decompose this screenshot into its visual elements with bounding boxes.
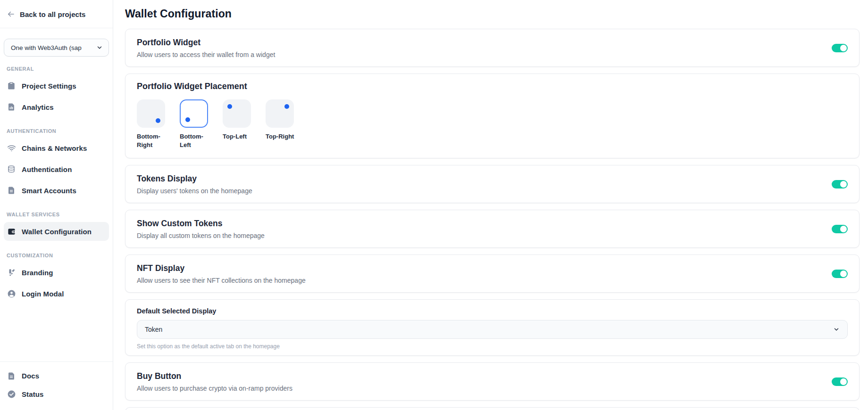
sidebar-item-docs[interactable]: Docs	[4, 367, 109, 385]
section-label-customization: CUSTOMIZATION	[7, 253, 106, 258]
card-description: Allow users to purchase crypto via on-ra…	[137, 385, 292, 392]
user-circle-icon	[7, 289, 16, 298]
card-description: Display users' tokens on the homepage	[137, 187, 252, 195]
card-description: Allow users to access their wallet from …	[137, 51, 275, 58]
placement-option-bottom-left[interactable]: Bottom-Left	[180, 99, 210, 149]
card-title: NFT Display	[137, 263, 306, 273]
select-value: Token	[145, 326, 162, 333]
placement-tile-selected	[180, 99, 208, 128]
tokens-display-card: Tokens Display Display users' tokens on …	[125, 165, 860, 203]
sidebar-spacer	[0, 305, 113, 361]
tokens-display-text: Tokens Display Display users' tokens on …	[137, 174, 252, 195]
placement-tile	[266, 99, 294, 128]
wifi-icon	[7, 143, 16, 153]
file-icon	[7, 371, 16, 381]
portfolio-widget-placement-card: Portfolio Widget Placement Bottom-Right …	[125, 74, 860, 158]
next-card-partial	[125, 407, 860, 410]
analytics-icon	[7, 102, 16, 112]
file-icon	[7, 186, 16, 195]
card-title: Tokens Display	[137, 174, 252, 184]
sidebar-item-branding[interactable]: Branding	[4, 263, 109, 282]
clipboard-icon	[7, 81, 16, 90]
back-to-projects-button[interactable]: Back to all projects	[0, 0, 113, 18]
placement-dot	[156, 118, 160, 123]
sidebar-item-authentication[interactable]: Authentication	[4, 160, 109, 179]
database-icon	[7, 164, 16, 174]
sidebar-item-label: Wallet Configuration	[22, 228, 92, 236]
card-title: Portfolio Widget	[137, 38, 275, 48]
placement-dot	[227, 104, 232, 109]
placement-option-top-left[interactable]: Top-Left	[223, 99, 253, 149]
buy-button-toggle[interactable]	[832, 377, 848, 386]
brush-icon	[7, 268, 16, 277]
card-title: Show Custom Tokens	[137, 219, 265, 229]
sidebar-item-chains-networks[interactable]: Chains & Networks	[4, 139, 109, 157]
buy-button-text: Buy Button Allow users to purchase crypt…	[137, 371, 292, 392]
sidebar-item-login-modal[interactable]: Login Modal	[4, 284, 109, 303]
page-title: Wallet Configuration	[125, 8, 860, 20]
toggle-knob	[840, 271, 847, 277]
card-description: Allow users to see their NFT collections…	[137, 277, 306, 284]
back-to-projects-label: Back to all projects	[20, 10, 86, 18]
placement-dot	[284, 104, 289, 109]
section-label-general: GENERAL	[7, 66, 106, 72]
show-custom-tokens-card: Show Custom Tokens Display all custom to…	[125, 210, 860, 248]
placement-label: Bottom-Right	[137, 132, 166, 149]
sidebar-item-label: Status	[22, 390, 43, 398]
project-selector-value: One with Web3Auth (sap	[11, 44, 85, 51]
show-custom-tokens-text: Show Custom Tokens Display all custom to…	[137, 219, 265, 239]
chevron-down-icon	[96, 44, 103, 51]
placement-label: Bottom-Left	[180, 132, 209, 149]
sidebar-item-label: Chains & Networks	[22, 144, 87, 152]
sidebar-footer: Docs Status	[0, 361, 113, 410]
sidebar-item-label: Branding	[22, 269, 53, 277]
sidebar-item-status[interactable]: Status	[4, 385, 109, 403]
nft-display-toggle[interactable]	[832, 270, 848, 278]
sidebar-item-smart-accounts[interactable]: Smart Accounts	[4, 181, 109, 200]
card-description: Display all custom tokens on the homepag…	[137, 232, 265, 239]
portfolio-widget-text: Portfolio Widget Allow users to access t…	[137, 38, 275, 58]
toggle-knob	[840, 45, 847, 51]
placement-option-top-right[interactable]: Top-Right	[266, 99, 296, 149]
project-selector-dropdown[interactable]: One with Web3Auth (sap	[4, 39, 109, 57]
portfolio-widget-toggle[interactable]	[832, 44, 848, 52]
placement-options: Bottom-Right Bottom-Left Top-Left Top-Ri…	[137, 99, 848, 149]
wallet-icon	[7, 227, 16, 236]
default-selected-display-card: Default Selected Display Token Set this …	[125, 299, 860, 356]
sidebar-item-label: Project Settings	[22, 82, 76, 90]
sidebar-item-wallet-configuration[interactable]: Wallet Configuration	[4, 222, 109, 241]
show-custom-tokens-toggle[interactable]	[832, 225, 848, 233]
sidebar-item-label: Login Modal	[22, 290, 64, 298]
toggle-knob	[840, 181, 847, 188]
sidebar: Back to all projects One with Web3Auth (…	[0, 0, 113, 410]
toggle-knob	[840, 378, 847, 385]
sidebar-item-analytics[interactable]: Analytics	[4, 98, 109, 116]
sidebar-item-label: Analytics	[22, 103, 54, 111]
sidebar-item-label: Docs	[22, 372, 39, 380]
sidebar-item-label: Smart Accounts	[22, 187, 76, 195]
sidebar-item-label: Authentication	[22, 165, 72, 173]
arrow-left-icon	[7, 10, 15, 18]
placement-label: Top-Right	[266, 132, 295, 141]
section-label-wallet-services: WALLET SERVICES	[7, 212, 106, 217]
portfolio-widget-card: Portfolio Widget Allow users to access t…	[125, 29, 860, 67]
card-title: Portfolio Widget Placement	[137, 82, 848, 91]
sidebar-item-project-settings[interactable]: Project Settings	[4, 76, 109, 95]
tokens-display-toggle[interactable]	[832, 180, 848, 189]
toggle-knob	[840, 226, 847, 232]
section-label-authentication: AUTHENTICATION	[7, 128, 106, 134]
default-display-select[interactable]: Token	[137, 320, 848, 339]
chevron-down-icon	[833, 326, 840, 333]
main-content: Wallet Configuration Portfolio Widget Al…	[113, 0, 868, 410]
placement-option-bottom-right[interactable]: Bottom-Right	[137, 99, 167, 149]
card-title: Buy Button	[137, 371, 292, 381]
nft-display-card: NFT Display Allow users to see their NFT…	[125, 254, 860, 293]
select-label: Default Selected Display	[137, 307, 848, 315]
buy-button-card: Buy Button Allow users to purchase crypt…	[125, 362, 860, 401]
placement-dot	[185, 117, 190, 122]
check-circle-icon	[7, 390, 16, 399]
placement-tile	[223, 99, 251, 128]
nft-display-text: NFT Display Allow users to see their NFT…	[137, 263, 306, 284]
placement-label: Top-Left	[223, 132, 252, 141]
select-helper-text: Set this option as the default active ta…	[137, 343, 848, 350]
